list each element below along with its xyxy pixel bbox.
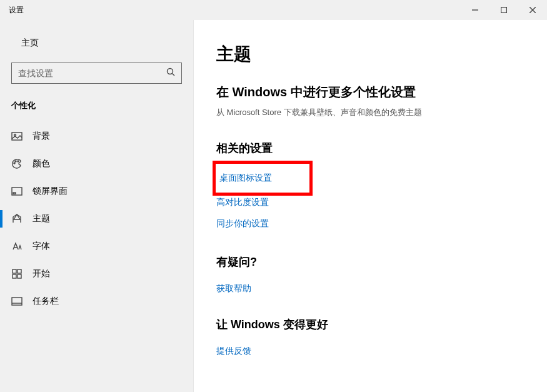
svg-rect-13 [13,269,16,273]
sidebar-item-taskbar[interactable]: 任务栏 [0,288,193,315]
sidebar-item-label: 锁屏界面 [33,186,68,197]
close-button[interactable] [518,0,547,20]
sidebar-home[interactable]: 主页 [0,31,193,55]
sidebar-item-colors[interactable]: 颜色 [0,150,193,178]
svg-rect-17 [12,298,22,305]
search-icon [166,68,175,79]
sidebar-item-label: 主题 [33,213,50,224]
titlebar: 设置 [0,0,547,20]
sidebar-item-label: 开始 [33,268,50,279]
svg-point-8 [14,163,15,164]
link-desktop-icon-settings[interactable]: 桌面图标设置 [219,168,272,189]
question-block: 有疑问? 获取帮助 [216,254,524,299]
sidebar-item-background[interactable]: 背景 [0,123,193,150]
link-get-help[interactable]: 获取帮助 [216,278,524,299]
minimize-button[interactable] [461,0,489,20]
more-settings-heading: 在 Windows 中进行更多个性化设置 [216,84,524,101]
font-icon [11,241,23,252]
svg-rect-14 [18,269,21,273]
link-feedback[interactable]: 提供反馈 [216,341,524,362]
svg-point-9 [15,161,16,162]
sidebar-item-fonts[interactable]: 字体 [0,233,193,260]
sidebar-item-label: 任务栏 [33,296,59,307]
search-input[interactable] [18,68,144,78]
taskbar-icon [11,296,23,307]
start-icon [11,268,23,279]
sidebar-item-label: 背景 [33,131,50,142]
sidebar: 主页 个性化 背景 颜色 锁屏界面 主题 字体 [0,20,194,392]
main-container: 主页 个性化 背景 颜色 锁屏界面 主题 字体 [0,20,547,392]
svg-point-7 [14,134,16,136]
page-title: 主题 [216,43,524,66]
improve-heading: 让 Windows 变得更好 [216,317,524,332]
image-icon [11,131,23,142]
svg-rect-16 [18,274,21,278]
palette-icon [11,158,23,169]
highlight-annotation: 桌面图标设置 [213,161,313,196]
lockscreen-icon [11,186,23,197]
maximize-button[interactable] [489,0,518,20]
svg-rect-1 [501,8,507,13]
svg-point-10 [18,161,19,162]
content-area: 主题 在 Windows 中进行更多个性化设置 从 Microsoft Stor… [194,20,547,392]
theme-icon [11,213,23,224]
related-links: 桌面图标设置 高对比度设置 同步你的设置 [216,164,524,234]
window-controls [461,0,547,20]
sidebar-item-lockscreen[interactable]: 锁屏界面 [0,178,193,205]
related-settings-heading: 相关的设置 [216,141,524,156]
window-title: 设置 [0,5,24,16]
svg-rect-12 [13,193,16,194]
sidebar-item-start[interactable]: 开始 [0,260,193,288]
more-settings-text: 从 Microsoft Store 下载兼具壁纸、声音和颜色的免费主题 [216,107,524,118]
search-box[interactable] [11,63,182,84]
sidebar-item-label: 颜色 [33,158,50,169]
sidebar-section-label: 个性化 [0,95,193,123]
link-sync-settings[interactable]: 同步你的设置 [216,213,524,234]
svg-line-5 [173,74,175,76]
sidebar-home-label: 主页 [21,38,39,49]
sidebar-item-themes[interactable]: 主题 [0,205,193,233]
svg-point-4 [168,69,173,74]
svg-rect-15 [13,274,16,278]
question-heading: 有疑问? [216,254,524,269]
sidebar-item-label: 字体 [33,241,50,252]
